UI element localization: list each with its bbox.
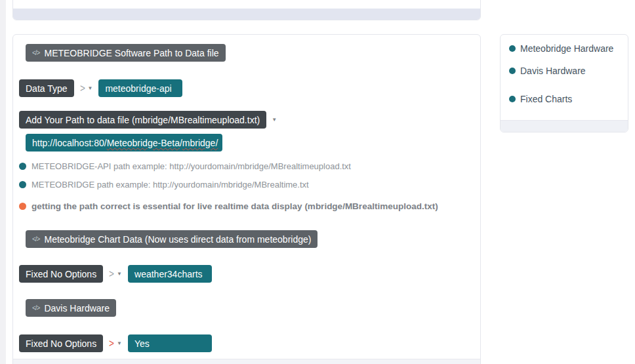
meteobridge-settings-card: </> METEOBRIDGE Software Path to Data fi… bbox=[12, 34, 481, 364]
chevron-right-icon: > bbox=[109, 338, 114, 349]
data-type-row: Data Type > ▼ meteobridge-api bbox=[19, 79, 182, 97]
caret-down-icon: ▼ bbox=[117, 341, 122, 346]
note-text: METEOBRIDGE path example: http://yourdom… bbox=[31, 180, 309, 190]
sidebar-item-label: Meteobridge Hardware bbox=[520, 43, 613, 54]
sidebar-item-meteobridge-hardware[interactable]: Meteobridge Hardware bbox=[509, 43, 613, 54]
note-api-path-example: METEOBRIDGE-API path example: http://you… bbox=[19, 161, 351, 171]
section-header-davis-hardware[interactable]: </> Davis Hardware bbox=[26, 299, 116, 317]
note-text: getting the path correct is essential fo… bbox=[31, 201, 438, 211]
section-header-label: METEOBRIDGE Software Path to Data file bbox=[44, 48, 218, 58]
data-type-value-button[interactable]: meteobridge-api bbox=[98, 79, 182, 97]
sidebar-footer-bar bbox=[501, 120, 628, 132]
sidebar-item-label: Fixed Charts bbox=[520, 94, 572, 104]
caret-down-icon[interactable]: ▼ bbox=[272, 117, 277, 123]
bullet-icon bbox=[509, 68, 516, 74]
bullet-icon bbox=[509, 45, 516, 52]
url-segment: mbridge/ bbox=[182, 138, 218, 148]
code-icon: </> bbox=[32, 304, 39, 312]
code-icon: </> bbox=[32, 49, 39, 56]
data-type-dropdown-toggle[interactable]: > ▼ bbox=[79, 83, 93, 94]
section-header-label: Davis Hardware bbox=[44, 303, 110, 313]
settings-page: </> METEOBRIDGE Software Path to Data fi… bbox=[0, 0, 635, 364]
sidebar-item-fixed-charts[interactable]: Fixed Charts bbox=[509, 94, 572, 104]
chart-data-dropdown-toggle[interactable]: > ▼ bbox=[108, 268, 122, 279]
sidebar-item-label: Davis Hardware bbox=[520, 66, 586, 76]
chart-data-value-button[interactable]: weather34charts bbox=[128, 265, 212, 283]
bullet-icon bbox=[19, 163, 26, 170]
caret-down-icon: ▼ bbox=[88, 86, 93, 91]
code-icon: </> bbox=[32, 235, 39, 243]
bullet-icon bbox=[19, 203, 26, 210]
davis-value-button[interactable]: Yes bbox=[128, 334, 212, 352]
url-segment: Meteobridge-Beta bbox=[107, 138, 180, 148]
section-header-label: Meteobridge Chart Data (Now uses direct … bbox=[44, 234, 311, 245]
url-segment: http://localhost:80/ bbox=[32, 138, 107, 148]
add-path-dropdown-button[interactable]: Add Your Path to data file (mbridge/MBre… bbox=[19, 111, 266, 129]
fixed-no-options-button[interactable]: Fixed No Options bbox=[19, 265, 103, 283]
chevron-right-icon: > bbox=[109, 268, 114, 279]
data-type-button[interactable]: Data Type bbox=[19, 79, 74, 97]
path-url-input[interactable]: http://localhost:80/Meteobridge-Beta/mbr… bbox=[26, 134, 222, 152]
fixed-no-options-button[interactable]: Fixed No Options bbox=[19, 334, 103, 352]
section-header-chart-data[interactable]: </> Meteobridge Chart Data (Now uses dir… bbox=[26, 230, 318, 248]
note-path-example: METEOBRIDGE path example: http://yourdom… bbox=[19, 180, 309, 190]
bullet-icon bbox=[19, 181, 26, 188]
card-footer-bar bbox=[13, 359, 480, 364]
page-edge-strip bbox=[0, 0, 6, 364]
caret-down-icon: ▼ bbox=[117, 272, 122, 277]
sidebar-item-davis-hardware[interactable]: Davis Hardware bbox=[509, 66, 586, 76]
note-text: METEOBRIDGE-API path example: http://you… bbox=[31, 161, 351, 171]
davis-hardware-row: Fixed No Options > ▼ Yes bbox=[19, 334, 212, 352]
sidebar-nav-card: Meteobridge Hardware Davis Hardware Fixe… bbox=[500, 34, 628, 132]
davis-dropdown-toggle[interactable]: > ▼ bbox=[108, 338, 122, 349]
add-path-row: Add Your Path to data file (mbridge/MBre… bbox=[19, 111, 277, 129]
note-path-warning: getting the path correct is essential fo… bbox=[19, 201, 438, 211]
previous-section-card bbox=[12, 0, 481, 20]
section-footer-bar bbox=[13, 9, 480, 20]
chevron-right-icon: > bbox=[80, 83, 85, 94]
section-header-software-path[interactable]: </> METEOBRIDGE Software Path to Data fi… bbox=[26, 44, 226, 62]
chart-data-row: Fixed No Options > ▼ weather34charts bbox=[19, 265, 212, 283]
bullet-icon bbox=[509, 96, 516, 102]
